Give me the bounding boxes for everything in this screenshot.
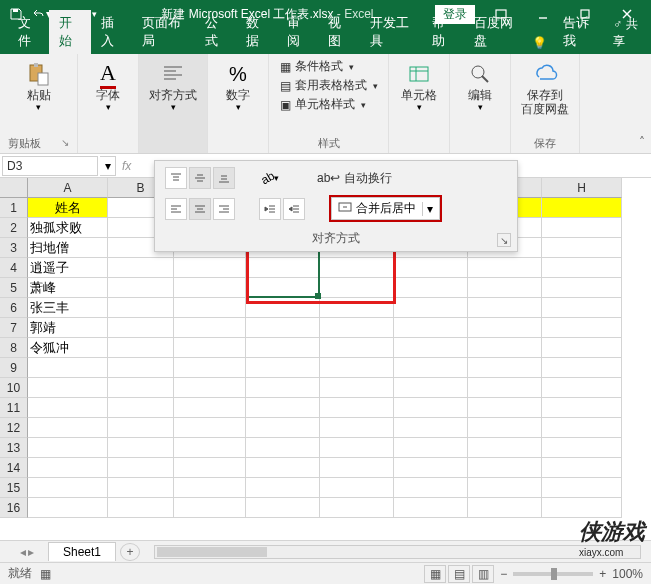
cell-D4[interactable] xyxy=(246,258,320,278)
cell-H11[interactable] xyxy=(542,398,622,418)
cell-D16[interactable] xyxy=(246,498,320,518)
row-header[interactable]: 9 xyxy=(0,358,28,378)
cell-A12[interactable] xyxy=(28,418,108,438)
row-header[interactable]: 11 xyxy=(0,398,28,418)
cell-A10[interactable] xyxy=(28,378,108,398)
cell-A16[interactable] xyxy=(28,498,108,518)
cell-G12[interactable] xyxy=(468,418,542,438)
tab-view[interactable]: 视图 xyxy=(318,10,359,54)
macro-record-icon[interactable]: ▦ xyxy=(40,567,51,581)
row-header[interactable]: 15 xyxy=(0,478,28,498)
orientation-button[interactable]: ab▾ xyxy=(259,167,281,189)
cell-F5[interactable] xyxy=(394,278,468,298)
zoom-in-button[interactable]: + xyxy=(599,567,606,581)
format-as-table-button[interactable]: ▤套用表格格式▾ xyxy=(280,77,378,94)
sheet-tab-1[interactable]: Sheet1 xyxy=(48,542,116,561)
tab-help[interactable]: 帮助 xyxy=(422,10,463,54)
scroll-thumb[interactable] xyxy=(157,547,267,557)
cell-D8[interactable] xyxy=(246,338,320,358)
tell-me-icon[interactable]: 💡 xyxy=(526,32,553,54)
cell-C15[interactable] xyxy=(174,478,246,498)
cell-H5[interactable] xyxy=(542,278,622,298)
number-button[interactable]: % 数字 ▾ xyxy=(216,58,260,114)
font-button[interactable]: A 字体 ▾ xyxy=(86,58,130,114)
cell-B4[interactable] xyxy=(108,258,174,278)
cell-D9[interactable] xyxy=(246,358,320,378)
decrease-indent-button[interactable] xyxy=(259,198,281,220)
cell-D14[interactable] xyxy=(246,458,320,478)
alignment-button[interactable]: 对齐方式 ▾ xyxy=(147,58,199,114)
cell-G4[interactable] xyxy=(468,258,542,278)
cell-G9[interactable] xyxy=(468,358,542,378)
cell-G6[interactable] xyxy=(468,298,542,318)
cell-A14[interactable] xyxy=(28,458,108,478)
cell-F16[interactable] xyxy=(394,498,468,518)
save-baidu-button[interactable]: 保存到 百度网盘 xyxy=(519,58,571,119)
page-break-view-button[interactable]: ▥ xyxy=(472,565,494,583)
cell-H13[interactable] xyxy=(542,438,622,458)
cell-C9[interactable] xyxy=(174,358,246,378)
row-header[interactable]: 8 xyxy=(0,338,28,358)
cell-C8[interactable] xyxy=(174,338,246,358)
tab-formulas[interactable]: 公式 xyxy=(195,10,236,54)
align-middle-button[interactable] xyxy=(189,167,211,189)
cell-F13[interactable] xyxy=(394,438,468,458)
cell-F7[interactable] xyxy=(394,318,468,338)
cell-G5[interactable] xyxy=(468,278,542,298)
cell-E7[interactable] xyxy=(320,318,394,338)
col-header-a[interactable]: A xyxy=(28,178,108,198)
cell-B7[interactable] xyxy=(108,318,174,338)
cell-B16[interactable] xyxy=(108,498,174,518)
cell-G13[interactable] xyxy=(468,438,542,458)
conditional-format-button[interactable]: ▦条件格式▾ xyxy=(280,58,354,75)
cell-D6[interactable] xyxy=(246,298,320,318)
editing-button[interactable]: 编辑 ▾ xyxy=(458,58,502,114)
cell-D13[interactable] xyxy=(246,438,320,458)
cell-C13[interactable] xyxy=(174,438,246,458)
zoom-level[interactable]: 100% xyxy=(612,567,643,581)
cell-D11[interactable] xyxy=(246,398,320,418)
cell-H12[interactable] xyxy=(542,418,622,438)
cell-H8[interactable] xyxy=(542,338,622,358)
cell-E10[interactable] xyxy=(320,378,394,398)
cell-H10[interactable] xyxy=(542,378,622,398)
row-header[interactable]: 3 xyxy=(0,238,28,258)
cell-G11[interactable] xyxy=(468,398,542,418)
tab-file[interactable]: 文件 xyxy=(8,10,49,54)
cell-D10[interactable] xyxy=(246,378,320,398)
cell-C12[interactable] xyxy=(174,418,246,438)
cell-E13[interactable] xyxy=(320,438,394,458)
align-center-button[interactable] xyxy=(189,198,211,220)
cell-F14[interactable] xyxy=(394,458,468,478)
add-sheet-button[interactable]: + xyxy=(120,543,140,561)
cell-C4[interactable] xyxy=(174,258,246,278)
normal-view-button[interactable]: ▦ xyxy=(424,565,446,583)
cell-C16[interactable] xyxy=(174,498,246,518)
tab-developer[interactable]: 开发工具 xyxy=(360,10,423,54)
alignment-launcher-icon[interactable]: ↘ xyxy=(497,233,511,247)
cell-A7[interactable]: 郭靖 xyxy=(28,318,108,338)
tab-insert[interactable]: 插入 xyxy=(91,10,132,54)
collapse-ribbon-icon[interactable]: ˄ xyxy=(639,135,645,149)
cell-G8[interactable] xyxy=(468,338,542,358)
cell-G16[interactable] xyxy=(468,498,542,518)
cell-H14[interactable] xyxy=(542,458,622,478)
row-header[interactable]: 4 xyxy=(0,258,28,278)
increase-indent-button[interactable] xyxy=(283,198,305,220)
cell-F4[interactable] xyxy=(394,258,468,278)
cells-button[interactable]: 单元格 ▾ xyxy=(397,58,441,114)
cell-A6[interactable]: 张三丰 xyxy=(28,298,108,318)
row-header[interactable]: 13 xyxy=(0,438,28,458)
tab-review[interactable]: 审阅 xyxy=(277,10,318,54)
name-box[interactable] xyxy=(2,156,98,176)
cell-H4[interactable] xyxy=(542,258,622,278)
tell-me[interactable]: 告诉我 xyxy=(553,10,605,54)
cell-G10[interactable] xyxy=(468,378,542,398)
cell-A13[interactable] xyxy=(28,438,108,458)
cell-A11[interactable] xyxy=(28,398,108,418)
cell-D15[interactable] xyxy=(246,478,320,498)
row-header[interactable]: 12 xyxy=(0,418,28,438)
merge-center-button[interactable]: 合并后居中 ▾ xyxy=(331,197,440,220)
row-header[interactable]: 7 xyxy=(0,318,28,338)
cell-F9[interactable] xyxy=(394,358,468,378)
